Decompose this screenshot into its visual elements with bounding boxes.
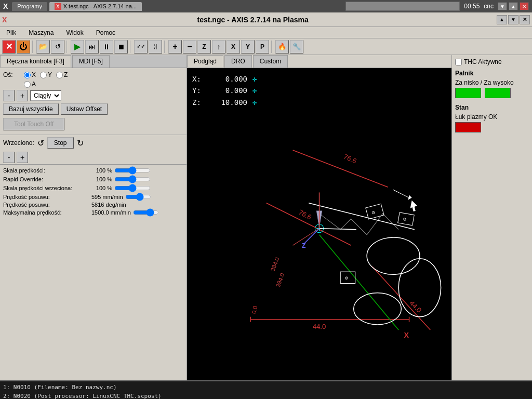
main-area: Ręczna kontrola [F3] MDI [F5] Oś: X Y	[0, 55, 532, 380]
power-btn[interactable]: ⏻	[17, 40, 30, 54]
clock: 00:55	[464, 3, 480, 10]
code-content: 1: N0010 (Filename: Bez nazwy.nc) 2: N00…	[0, 381, 532, 399]
open-btn[interactable]: 📂	[36, 40, 50, 54]
menu-pomoc[interactable]: Pomoc	[94, 28, 117, 37]
axis-x-radio[interactable]	[24, 72, 31, 78]
spindle-label: Wrzeciono:	[3, 139, 34, 147]
home-z-btn[interactable]: Z	[197, 40, 211, 54]
stan-indicator	[455, 122, 481, 132]
wm-close[interactable]: ✕	[520, 2, 529, 10]
tab-podglad[interactable]: Podgląd	[187, 55, 223, 68]
sep2	[66, 41, 69, 53]
svg-text:44.0: 44.0	[313, 323, 326, 330]
tab-podglad-label: Podgląd	[194, 58, 217, 65]
home-x-btn[interactable]: X	[227, 40, 240, 54]
app-icon: X	[3, 2, 8, 10]
stop-btn2[interactable]: ⏹	[114, 40, 128, 54]
axis-x-label: X	[32, 71, 36, 78]
palnik-section: Palnik Za nisko / Za wysoko	[455, 70, 529, 100]
axis-z-item: Z	[56, 71, 68, 78]
titlebar-tabs: Programy X X test.ngc - AXIS 2.7.14 na..…	[12, 2, 142, 11]
thc-label: THC Aktywne	[464, 58, 502, 65]
menu-maszyna[interactable]: Maszyna	[26, 28, 56, 37]
sep3	[130, 41, 132, 53]
speed-value-1: 100 %	[91, 176, 112, 182]
estop-btn[interactable]: ✕	[2, 40, 16, 54]
verify-btn[interactable]: ✓✓	[134, 40, 148, 54]
home-y-btn[interactable]: Y	[241, 40, 255, 54]
speed-slider-0[interactable]	[114, 166, 151, 175]
app-title: test.ngc - AXIS 2.7.14 na Plasma	[9, 16, 497, 24]
speed-label-2: Skala prędkości wrzeciona:	[3, 185, 91, 191]
run-btn[interactable]: ▶	[71, 40, 84, 54]
spindle-ccw-icon[interactable]: ↺	[37, 138, 44, 148]
home-p-btn[interactable]: P	[256, 40, 269, 54]
wm-max[interactable]: ▲	[509, 2, 518, 10]
speed-row-2: Skala prędkości wrzeciona: 100 %	[3, 184, 183, 192]
speed-label-4: Prędkość posuwu:	[3, 202, 91, 208]
tab-custom-label: Custom	[260, 58, 281, 65]
menu-plik[interactable]: Plik	[4, 28, 18, 37]
speed-row-3: Prędkość posuwu: 595 mm/min	[3, 193, 183, 201]
spindle-cw-icon[interactable]: ↻	[77, 138, 84, 148]
dec-btn[interactable]: -	[3, 152, 15, 163]
tool-touch-off-button[interactable]: Tool Touch Off	[3, 118, 64, 130]
manual-control: Oś: X Y Z	[0, 68, 187, 135]
tab-dro[interactable]: DRO	[224, 55, 252, 68]
step2-btn[interactable]: ⟩|	[149, 40, 162, 54]
axis-z-radio[interactable]	[56, 72, 63, 78]
stan-section: Stan Łuk plazmy OK	[455, 104, 529, 134]
tab-programy[interactable]: Programy	[12, 2, 47, 11]
viewport-tabs: Podgląd DRO Custom	[187, 55, 451, 68]
speed-slider-5[interactable]	[133, 208, 159, 217]
stan-indicators	[455, 122, 529, 134]
app-minimize[interactable]: ▲	[497, 15, 507, 24]
inc-btn[interactable]: +	[17, 152, 28, 163]
speed-row-1: Rapid Override: 100 %	[3, 175, 183, 183]
tab-custom[interactable]: Custom	[253, 55, 288, 68]
speed-slider-1[interactable]	[114, 175, 151, 183]
axis-y-radio[interactable]	[40, 72, 47, 78]
axis-a-radio[interactable]	[24, 81, 31, 88]
app-titlebar: X test.ngc - AXIS 2.7.14 na Plasma ▲ ▼ ✕	[0, 12, 532, 27]
thc-checkbox[interactable]	[455, 59, 462, 65]
reload-btn[interactable]: ↺	[51, 40, 64, 54]
jog-mode-select[interactable]: Ciągły 0.001 0.01 0.1 1	[30, 90, 61, 101]
jog-minus-btn[interactable]: -	[3, 90, 15, 101]
thc-checkbox-row: THC Aktywne	[455, 58, 529, 65]
menu-widok[interactable]: Widok	[64, 28, 85, 37]
torch-btn[interactable]: 🔥	[275, 40, 289, 54]
left-panel: Ręczna kontrola [F3] MDI [F5] Oś: X Y	[0, 55, 187, 380]
code-line-2: 2: N0020 (Post processor: LinuxCNC THC.s…	[3, 392, 529, 400]
step-btn[interactable]: ⏭	[85, 40, 99, 54]
speed-value-2: 100 %	[91, 185, 112, 191]
tab-bar: Ręczna kontrola [F3] MDI [F5]	[0, 55, 187, 68]
jog-plus-btn[interactable]: +	[17, 90, 28, 101]
zoom-out-btn[interactable]: −	[183, 40, 196, 54]
pause-btn[interactable]: ⏸	[100, 40, 113, 54]
app-close[interactable]: ✕	[520, 15, 530, 24]
menubar: Plik Maszyna Widok Pomoc	[0, 27, 532, 38]
spindle-stop-button[interactable]: Stop	[47, 137, 74, 149]
tab-mdi[interactable]: MDI [F5]	[72, 55, 110, 68]
viewport[interactable]: X: 0.000 ✛ Y: 0.000 ✛ Z: 10.000 ✛ A:	[187, 68, 451, 380]
app-maximize[interactable]: ▼	[508, 15, 518, 24]
code-area[interactable]: 1: N0010 (Filename: Bez nazwy.nc) 2: N00…	[0, 380, 532, 399]
speed-slider-3[interactable]	[125, 193, 151, 201]
titlebar: X Programy X X test.ngc - AXIS 2.7.14 na…	[0, 0, 532, 12]
toolbar: ✕ ⏻ 📂 ↺ ▶ ⏭ ⏸ ⏹ ✓✓ ⟩| + − Z ↑ X Y P 🔥 🔧	[0, 38, 532, 55]
tab-manual[interactable]: Ręczna kontrola [F3]	[0, 55, 71, 68]
home-all-button[interactable]: Bazuj wszystkie	[3, 103, 59, 115]
axis-radio-group: X Y Z	[24, 71, 68, 78]
tab-axis[interactable]: X X test.ngc - AXIS 2.7.14 na...	[49, 2, 142, 11]
wm-buttons: ▼ ▲ ✕	[498, 2, 529, 10]
palnik-label: Za nisko / Za wysoko	[455, 79, 529, 86]
set-offset-button[interactable]: Ustaw Offset	[61, 103, 108, 115]
speed-row-4: Prędkość posuwu: 5816 deg/min	[3, 202, 183, 208]
home-arrow-btn[interactable]: ↑	[212, 40, 225, 54]
zoom-in-btn[interactable]: +	[168, 40, 182, 54]
svg-text:X: X	[404, 331, 409, 339]
tool-btn[interactable]: 🔧	[290, 40, 303, 54]
speed-slider-2[interactable]	[114, 184, 151, 192]
wm-min[interactable]: ▼	[498, 2, 507, 10]
